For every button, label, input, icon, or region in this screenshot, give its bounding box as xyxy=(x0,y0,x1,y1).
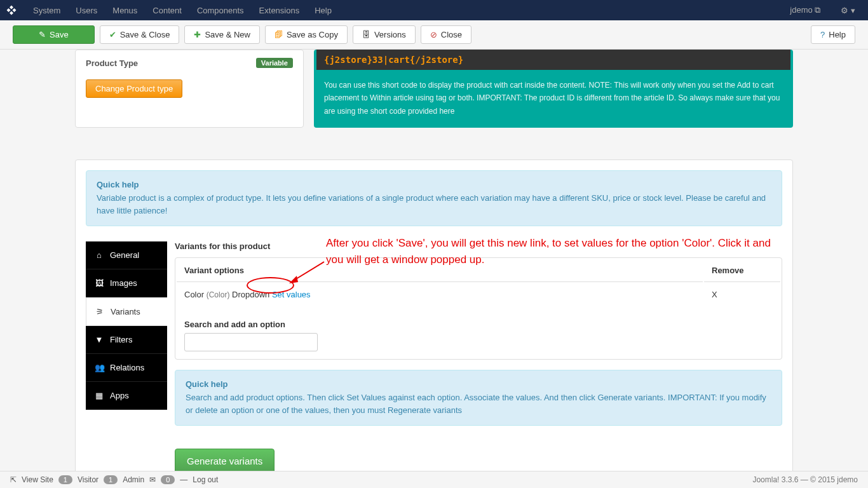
view-site-link[interactable]: View Site xyxy=(22,475,53,484)
filter-icon: ▼ xyxy=(95,335,104,344)
product-type-label: Product Type xyxy=(86,58,256,68)
close-button[interactable]: ⊘ Close xyxy=(421,25,471,44)
product-type-panel: Product Type Variable Change Product typ… xyxy=(75,50,304,128)
logout-link[interactable]: Log out xyxy=(193,475,218,484)
nav-extensions[interactable]: Extensions xyxy=(252,6,308,15)
home-icon: ⌂ xyxy=(95,250,104,260)
nav-help[interactable]: Help xyxy=(307,6,339,15)
save-close-label: Save & Close xyxy=(120,30,170,39)
variant-options-table: Variant options Remove Color (Color) Dro… xyxy=(175,257,782,360)
product-type-badge: Variable xyxy=(256,58,293,68)
variant-paren: (Color) xyxy=(207,290,230,299)
tab-variants-label: Variants xyxy=(111,307,140,316)
nav-settings[interactable]: ⚙ ▾ xyxy=(833,6,863,15)
tab-relations-label: Relations xyxy=(110,363,144,372)
footer-version: Joomla! 3.3.6 — © 2015 jdemo xyxy=(752,475,858,484)
plus-icon: ✚ xyxy=(194,30,201,39)
users-icon: 👥 xyxy=(95,363,104,372)
joomla-logo-icon[interactable] xyxy=(5,4,18,17)
help-button[interactable]: ? Help xyxy=(811,25,855,44)
variants-content: Variants for this product After you clic… xyxy=(167,241,782,488)
close-label: Close xyxy=(441,30,462,39)
dash-sep: — xyxy=(180,475,187,484)
quick-help-2: Quick help Search and add product option… xyxy=(175,370,782,426)
mail-icon: ✉ xyxy=(149,475,156,484)
shortcode-box: {j2store}33|cart{/j2store} xyxy=(316,50,790,70)
external-icon: ⇱ xyxy=(10,475,17,484)
gear-icon: ⚙ xyxy=(841,6,848,15)
shortcode-text: {j2store}33|cart{/j2store} xyxy=(324,55,463,65)
admin-count-badge: 1 xyxy=(104,475,118,484)
generate-variants-button[interactable]: Generate variants xyxy=(175,449,275,473)
annotation-arrow-icon xyxy=(289,261,327,286)
question-icon: ? xyxy=(820,30,825,39)
save-new-button[interactable]: ✚ Save & New xyxy=(184,25,260,44)
grid-icon: ▦ xyxy=(95,391,104,400)
archive-icon: 🗄 xyxy=(362,30,370,39)
quick-help-1: Quick help Variable product is a complex… xyxy=(86,170,782,226)
save-close-button[interactable]: ✔ Save & Close xyxy=(100,25,180,44)
tab-apps[interactable]: ▦ Apps xyxy=(86,382,167,410)
search-option-input[interactable] xyxy=(184,333,318,351)
tab-filters-label: Filters xyxy=(110,335,132,344)
search-option-label: Search and add an option xyxy=(184,320,773,329)
tab-apps-label: Apps xyxy=(110,391,129,400)
nav-user-label: jdemo xyxy=(790,5,812,15)
main-panel: Quick help Variable product is a complex… xyxy=(75,159,793,488)
shortcode-panel: {j2store}33|cart{/j2store} You can use t… xyxy=(314,50,793,128)
svg-marker-1 xyxy=(289,276,298,283)
tab-filters[interactable]: ▼ Filters xyxy=(86,326,167,354)
shortcode-desc: You can use this short code to display t… xyxy=(314,70,793,118)
copy-icon: 🗐 xyxy=(275,30,283,39)
annotation-text: After you click 'Save', you will get thi… xyxy=(326,235,782,268)
admin-footer: ⇱ View Site 1 Visitor 1 Admin ✉ 0 — Log … xyxy=(0,471,868,488)
variant-type: Dropdown xyxy=(232,290,269,299)
external-link-icon: ⧉ xyxy=(815,5,820,15)
check-icon: ✔ xyxy=(109,30,116,39)
nav-content[interactable]: Content xyxy=(145,6,189,15)
nav-menus[interactable]: Menus xyxy=(105,6,145,15)
save-new-label: Save & New xyxy=(205,30,250,39)
help-label: Help xyxy=(829,30,846,39)
nav-system[interactable]: System xyxy=(25,6,68,15)
quick-help-1-title: Quick help xyxy=(97,180,771,189)
tab-variants[interactable]: ⚞ Variants xyxy=(86,297,167,326)
tab-general[interactable]: ⌂ General xyxy=(86,241,167,269)
admin-link[interactable]: Admin xyxy=(123,475,144,484)
nav-components[interactable]: Components xyxy=(189,6,252,15)
tab-general-label: General xyxy=(110,250,139,260)
check-icon: ✎ xyxy=(39,30,46,39)
side-tabs: ⌂ General 🖼 Images ⚞ Variants ▼ Filters xyxy=(86,241,167,488)
image-icon: 🖼 xyxy=(95,278,104,288)
save-label: Save xyxy=(50,30,69,39)
versions-label: Versions xyxy=(374,30,406,39)
variant-row: Color (Color) Dropdown Set values X xyxy=(177,283,780,306)
quick-help-2-title: Quick help xyxy=(186,379,771,389)
sitemap-icon: ⚞ xyxy=(95,307,104,316)
quick-help-1-body: Variable product is a complex of product… xyxy=(97,192,771,217)
nav-user[interactable]: jdemo ⧉ xyxy=(782,5,828,15)
tab-images-label: Images xyxy=(110,278,137,288)
set-values-link[interactable]: Set values xyxy=(272,290,311,299)
save-copy-button[interactable]: 🗐 Save as Copy xyxy=(265,25,348,44)
mail-count-badge: 0 xyxy=(161,475,175,484)
versions-button[interactable]: 🗄 Versions xyxy=(353,25,416,44)
cancel-icon: ⊘ xyxy=(430,30,437,39)
visitor-link[interactable]: Visitor xyxy=(78,475,98,484)
save-button[interactable]: ✎ Save xyxy=(13,25,95,44)
quick-help-2-body: Search and add product options. Then cli… xyxy=(186,391,771,416)
tab-relations[interactable]: 👥 Relations xyxy=(86,354,167,382)
save-copy-label: Save as Copy xyxy=(287,30,338,39)
tab-images[interactable]: 🖼 Images xyxy=(86,269,167,297)
visitor-count-badge: 1 xyxy=(58,475,72,484)
variant-name: Color xyxy=(184,290,204,299)
nav-users[interactable]: Users xyxy=(68,6,105,15)
remove-variant-button[interactable]: X xyxy=(712,290,717,299)
svg-line-0 xyxy=(293,262,324,281)
action-toolbar: ✎ Save ✔ Save & Close ✚ Save & New 🗐 Sav… xyxy=(0,20,868,50)
change-product-type-button[interactable]: Change Product type xyxy=(86,79,182,98)
caret-down-icon: ▾ xyxy=(851,6,855,15)
admin-navbar: System Users Menus Content Components Ex… xyxy=(0,0,868,20)
